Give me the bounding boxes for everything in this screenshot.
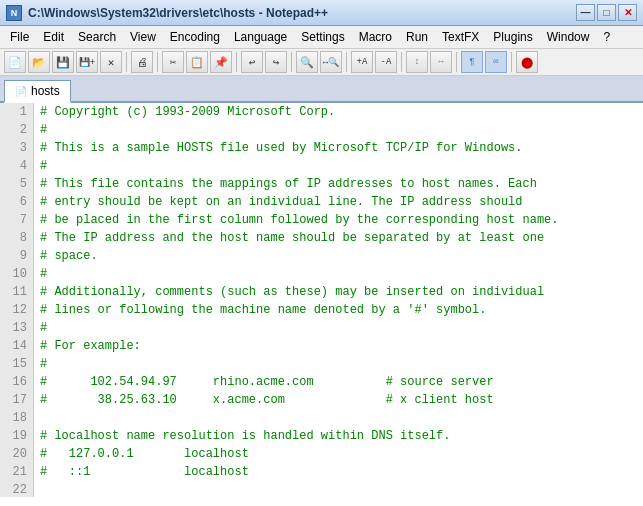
code-content[interactable]: # Copyright (c) 1993-2009 Microsoft Corp… [34, 103, 643, 497]
code-line: # 38.25.63.10 x.acme.com # x client host [40, 391, 637, 409]
code-line: # The IP address and the host name shoul… [40, 229, 637, 247]
menu-language[interactable]: Language [228, 28, 293, 46]
code-line: # [40, 265, 637, 283]
save-button[interactable]: 💾 [52, 51, 74, 73]
editor[interactable]: 12345678910111213141516171819202122 # Co… [0, 103, 643, 497]
line-number: 13 [6, 319, 27, 337]
sync-scroll-h-button[interactable]: ↔ [430, 51, 452, 73]
undo-button[interactable]: ↩ [241, 51, 263, 73]
code-line [40, 481, 637, 497]
all-chars-button[interactable]: ∞ [485, 51, 507, 73]
code-line: # lines or following the machine name de… [40, 301, 637, 319]
line-number: 7 [6, 211, 27, 229]
line-number: 1 [6, 103, 27, 121]
line-number: 3 [6, 139, 27, 157]
code-line: # 102.54.94.97 rhino.acme.com # source s… [40, 373, 637, 391]
menu-view[interactable]: View [124, 28, 162, 46]
indent-guide-button[interactable]: ⬤ [516, 51, 538, 73]
tab-hosts[interactable]: 📄 hosts [4, 80, 71, 103]
menu-settings[interactable]: Settings [295, 28, 350, 46]
code-line: # [40, 355, 637, 373]
line-number: 2 [6, 121, 27, 139]
zoom-out-button[interactable]: -A [375, 51, 397, 73]
find-button[interactable]: 🔍 [296, 51, 318, 73]
close-button-tb[interactable]: ✕ [100, 51, 122, 73]
menu-bar: File Edit Search View Encoding Language … [0, 26, 643, 49]
code-line: # This is a sample HOSTS file used by Mi… [40, 139, 637, 157]
toolbar-separator-6 [401, 52, 402, 72]
line-number: 4 [6, 157, 27, 175]
line-number: 14 [6, 337, 27, 355]
window-controls: — □ ✕ [576, 4, 637, 21]
code-line: # 127.0.0.1 localhost [40, 445, 637, 463]
menu-window[interactable]: Window [541, 28, 596, 46]
code-line: # be placed in the first column followed… [40, 211, 637, 229]
cut-button[interactable]: ✂ [162, 51, 184, 73]
minimize-button[interactable]: — [576, 4, 595, 21]
paste-button[interactable]: 📌 [210, 51, 232, 73]
tab-icon: 📄 [15, 86, 27, 97]
redo-button[interactable]: ↪ [265, 51, 287, 73]
sync-scroll-v-button[interactable]: ↕ [406, 51, 428, 73]
menu-help[interactable]: ? [597, 28, 616, 46]
toolbar-separator-5 [346, 52, 347, 72]
toolbar: 📄 📂 💾 💾+ ✕ 🖨 ✂ 📋 📌 ↩ ↪ 🔍 ↔🔍 +A -A ↕ ↔ ¶ … [0, 49, 643, 76]
toolbar-separator-1 [126, 52, 127, 72]
menu-run[interactable]: Run [400, 28, 434, 46]
code-line: # [40, 319, 637, 337]
line-number: 8 [6, 229, 27, 247]
line-number: 18 [6, 409, 27, 427]
copy-button[interactable]: 📋 [186, 51, 208, 73]
line-number: 21 [6, 463, 27, 481]
menu-file[interactable]: File [4, 28, 35, 46]
tab-label: hosts [31, 84, 60, 98]
app-icon: N [6, 5, 22, 21]
window-title: C:\Windows\System32\drivers\etc\hosts - … [28, 6, 328, 20]
print-button[interactable]: 🖨 [131, 51, 153, 73]
toolbar-separator-3 [236, 52, 237, 72]
line-number: 17 [6, 391, 27, 409]
line-number: 10 [6, 265, 27, 283]
toolbar-separator-4 [291, 52, 292, 72]
zoom-in-button[interactable]: +A [351, 51, 373, 73]
menu-macro[interactable]: Macro [353, 28, 398, 46]
menu-edit[interactable]: Edit [37, 28, 70, 46]
word-wrap-button[interactable]: ¶ [461, 51, 483, 73]
menu-plugins[interactable]: Plugins [487, 28, 538, 46]
line-number: 6 [6, 193, 27, 211]
code-line: # localhost name resolution is handled w… [40, 427, 637, 445]
save-all-button[interactable]: 💾+ [76, 51, 98, 73]
menu-textfx[interactable]: TextFX [436, 28, 485, 46]
code-line [40, 409, 637, 427]
line-number: 16 [6, 373, 27, 391]
toolbar-separator-7 [456, 52, 457, 72]
line-number: 15 [6, 355, 27, 373]
tab-bar: 📄 hosts [0, 76, 643, 103]
line-number: 9 [6, 247, 27, 265]
close-button[interactable]: ✕ [618, 4, 637, 21]
toolbar-separator-2 [157, 52, 158, 72]
code-line: # For example: [40, 337, 637, 355]
code-line: # ::1 localhost [40, 463, 637, 481]
replace-button[interactable]: ↔🔍 [320, 51, 342, 73]
title-bar: N C:\Windows\System32\drivers\etc\hosts … [0, 0, 643, 26]
new-button[interactable]: 📄 [4, 51, 26, 73]
line-numbers: 12345678910111213141516171819202122 [0, 103, 34, 497]
code-line: # space. [40, 247, 637, 265]
line-number: 19 [6, 427, 27, 445]
code-line: # Copyright (c) 1993-2009 Microsoft Corp… [40, 103, 637, 121]
menu-search[interactable]: Search [72, 28, 122, 46]
line-number: 12 [6, 301, 27, 319]
line-number: 22 [6, 481, 27, 497]
menu-encoding[interactable]: Encoding [164, 28, 226, 46]
maximize-button[interactable]: □ [597, 4, 616, 21]
code-line: # entry should be kept on an individual … [40, 193, 637, 211]
code-line: # [40, 121, 637, 139]
open-button[interactable]: 📂 [28, 51, 50, 73]
line-number: 5 [6, 175, 27, 193]
code-line: # Additionally, comments (such as these)… [40, 283, 637, 301]
toolbar-separator-8 [511, 52, 512, 72]
code-line: # [40, 157, 637, 175]
line-number: 20 [6, 445, 27, 463]
line-number: 11 [6, 283, 27, 301]
